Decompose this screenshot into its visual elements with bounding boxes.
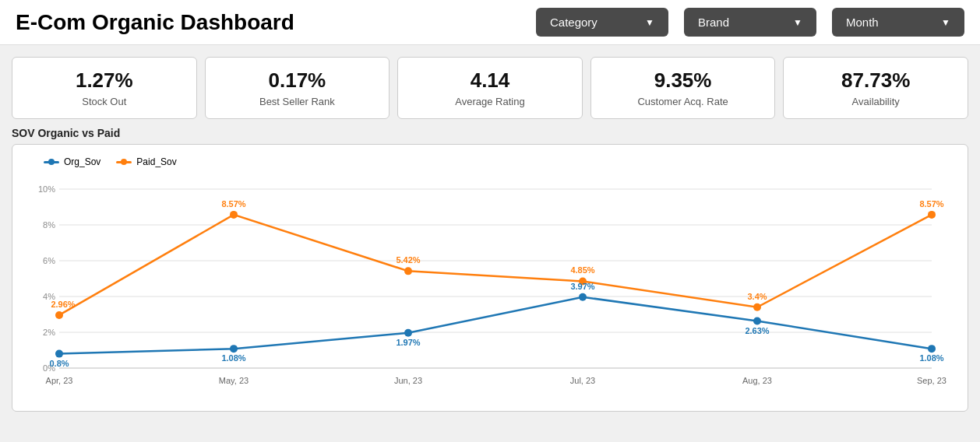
svg-text:10%: 10% (38, 184, 55, 194)
svg-text:2%: 2% (43, 328, 55, 337)
svg-text:6%: 6% (43, 256, 55, 265)
svg-text:1.08%: 1.08% (919, 353, 943, 363)
chart-legend: Org_Sov Paid_Sov (20, 156, 952, 167)
svg-text:Sep, 23: Sep, 23 (917, 376, 947, 385)
svg-point-35 (404, 329, 412, 337)
svg-text:4.85%: 4.85% (570, 265, 594, 275)
sov-line-chart: 0%2%4%6%8%10%Apr, 23May, 23Jun, 23Jul, 2… (20, 174, 955, 399)
svg-point-37 (579, 293, 587, 301)
chevron-down-icon: ▼ (941, 17, 950, 28)
legend-org-sov: Org_Sov (44, 156, 100, 167)
svg-text:5.42%: 5.42% (396, 255, 420, 265)
chart-section: SOV Organic vs Paid Org_Sov Paid_Sov 0%2… (0, 127, 980, 423)
svg-point-23 (404, 267, 412, 275)
paid-sov-line-icon (116, 161, 132, 163)
page-title: E-Com Organic Dashboard (16, 10, 520, 35)
svg-text:3.4%: 3.4% (747, 292, 767, 301)
kpi-best-seller-rank: 0.17% Best Seller Rank (205, 57, 390, 119)
chart-container: Org_Sov Paid_Sov 0%2%4%6%8%10%Apr, 23May… (12, 144, 968, 412)
org-sov-line-icon (44, 161, 59, 163)
svg-text:3.97%: 3.97% (570, 282, 594, 291)
kpi-availability: 87.73% Availability (783, 57, 968, 119)
svg-point-19 (55, 311, 63, 319)
svg-text:Aug, 23: Aug, 23 (742, 376, 772, 385)
svg-point-27 (753, 303, 761, 311)
svg-point-33 (230, 345, 238, 353)
svg-text:Jul, 23: Jul, 23 (570, 376, 595, 385)
svg-text:Apr, 23: Apr, 23 (46, 376, 73, 385)
kpi-row: 1.27% Stock Out 0.17% Best Seller Rank 4… (0, 45, 980, 127)
svg-point-21 (230, 211, 238, 219)
svg-text:0.8%: 0.8% (49, 359, 69, 368)
svg-text:8%: 8% (43, 220, 55, 230)
svg-point-29 (928, 211, 936, 219)
svg-point-31 (55, 350, 63, 358)
month-dropdown[interactable]: Month ▼ (832, 8, 964, 37)
svg-text:8.57%: 8.57% (221, 199, 245, 209)
svg-text:8.57%: 8.57% (919, 199, 943, 209)
svg-text:1.97%: 1.97% (396, 338, 420, 347)
category-dropdown[interactable]: Category ▼ (536, 8, 668, 37)
kpi-customer-acq-rate: 9.35% Customer Acq. Rate (590, 57, 776, 119)
chevron-down-icon: ▼ (793, 17, 802, 28)
svg-text:Jun, 23: Jun, 23 (394, 376, 422, 385)
kpi-stock-out: 1.27% Stock Out (12, 57, 197, 119)
header: E-Com Organic Dashboard Category ▼ Brand… (0, 0, 980, 45)
kpi-average-rating: 4.14 Average Rating (397, 57, 583, 119)
chevron-down-icon: ▼ (645, 17, 654, 28)
legend-paid-sov: Paid_Sov (116, 156, 176, 167)
svg-point-39 (753, 317, 761, 325)
svg-text:1.08%: 1.08% (221, 353, 245, 363)
svg-text:2.63%: 2.63% (745, 326, 769, 335)
svg-point-41 (928, 345, 936, 353)
chart-title: SOV Organic vs Paid (12, 127, 968, 139)
svg-text:2.96%: 2.96% (51, 300, 75, 309)
svg-text:May, 23: May, 23 (219, 376, 249, 385)
brand-dropdown[interactable]: Brand ▼ (684, 8, 816, 37)
